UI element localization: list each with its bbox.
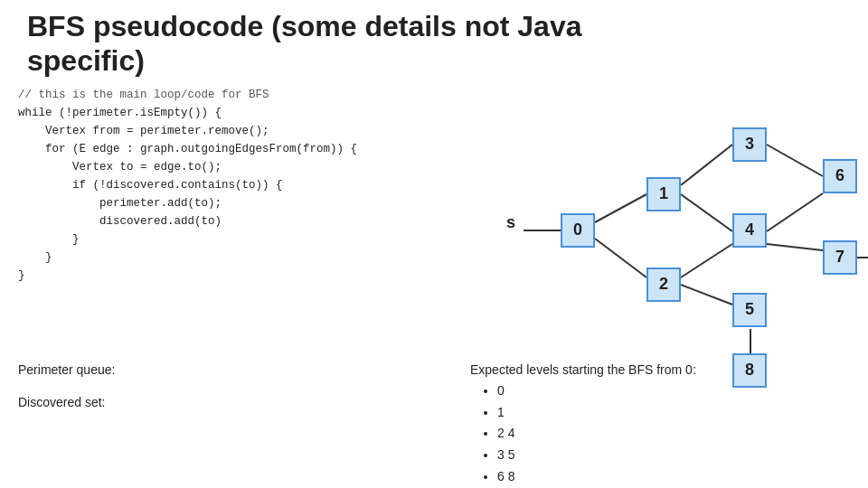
node-1: 1 [646,177,681,211]
svg-line-3 [681,145,732,185]
svg-line-7 [767,145,823,176]
level-3: 3 5 [497,445,850,466]
code-line-7: discovered.add(to) [18,215,222,228]
title-line1: BFS pseudocode (some details not Java [27,10,581,42]
title-line2: specific) [27,44,145,77]
level-2: 2 4 [497,423,850,445]
code-line-8: } [18,233,80,246]
node-4: 4 [732,213,767,248]
svg-line-9 [767,244,823,250]
code-line-6: perimeter.add(to); [18,197,222,210]
level-1: 1 [497,402,850,424]
code-line-3: for (E edge : graph.outgoingEdgesFrom(fr… [18,143,357,155]
expected-levels-list: 0 1 2 4 3 5 6 8 7 [470,380,850,488]
graph-container: s 0 1 2 3 4 5 6 7 8 t [470,73,868,353]
code-line-2: Vertex from = perimeter.remove(); [18,125,269,137]
graph-edges [470,73,868,353]
discovered-label: Discovered set: [18,395,461,409]
node-0: 0 [561,213,595,248]
code-block: // this is the main loop/code for BFS wh… [18,86,461,285]
svg-line-6 [681,285,732,305]
svg-line-8 [767,193,823,231]
left-bottom: Perimeter queue: Discovered set: [18,362,461,488]
node-s: s [506,213,515,232]
code-line-5: if (!discovered.contains(to)) { [18,179,283,192]
right-bottom: Expected levels starting the BFS from 0:… [470,362,850,488]
node-6: 6 [823,159,857,193]
main-title: BFS pseudocode (some details not Java sp… [0,0,868,79]
level-0: 0 [497,380,850,402]
left-panel: // this is the main loop/code for BFS wh… [18,82,461,353]
code-line-9: } [18,251,52,264]
svg-line-4 [681,194,732,231]
node-3: 3 [732,127,767,162]
perimeter-label: Perimeter queue: [18,362,461,377]
code-line-4: Vertex to = edge.to(); [18,161,222,174]
node-2: 2 [646,267,681,302]
code-line-10: } [18,269,25,282]
code-comment: // this is the main loop/code for BFS [18,89,269,101]
node-7: 7 [823,240,857,275]
expected-title: Expected levels starting the BFS from 0: [470,362,850,377]
node-5: 5 [732,293,767,327]
node-8: 8 [732,353,767,388]
svg-line-2 [595,239,646,277]
level-4: 6 8 [497,466,850,488]
graph-panel: s 0 1 2 3 4 5 6 7 8 t [470,82,868,353]
svg-line-5 [681,244,732,277]
svg-line-1 [595,194,646,222]
code-line-1: while (!perimeter.isEmpty()) { [18,107,222,119]
